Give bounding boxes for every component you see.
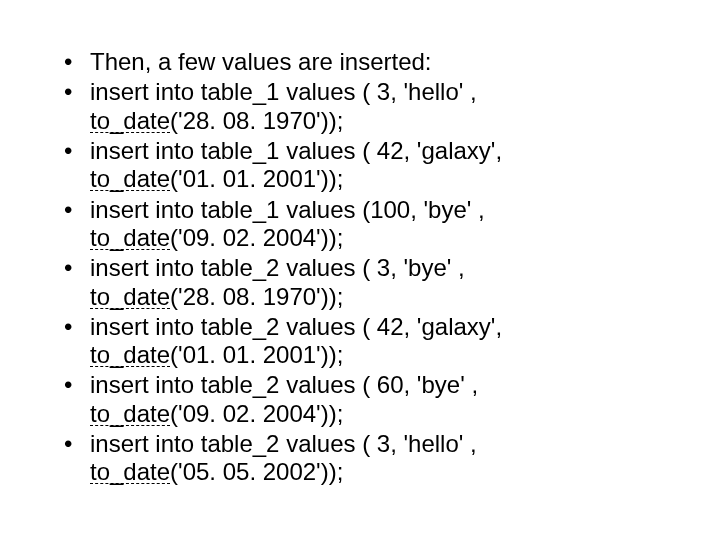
fn-arg: ('01. 01. 2001'));: [170, 165, 343, 192]
list-item: insert into table_2 values ( 3, 'bye' , …: [60, 254, 660, 311]
list-item: insert into table_1 values (100, 'bye' ,…: [60, 196, 660, 253]
fn-arg: ('28. 08. 1970'));: [170, 283, 343, 310]
slide: Then, a few values are inserted: insert …: [0, 0, 720, 540]
bullet-list: Then, a few values are inserted: insert …: [60, 48, 660, 487]
fn-name: to_date: [90, 283, 170, 310]
fn-arg: ('09. 02. 2004'));: [170, 224, 343, 251]
sql-prefix: insert into table_1 values ( 3, 'hello' …: [90, 78, 477, 105]
fn-name: to_date: [90, 400, 170, 427]
fn-name: to_date: [90, 341, 170, 368]
list-item: Then, a few values are inserted:: [60, 48, 660, 76]
fn-name: to_date: [90, 458, 170, 485]
sql-prefix: insert into table_2 values ( 3, 'bye' ,: [90, 254, 465, 281]
sql-prefix: insert into table_1 values ( 42, 'galaxy…: [90, 137, 502, 164]
sql-prefix: insert into table_2 values ( 60, 'bye' ,: [90, 371, 478, 398]
fn-name: to_date: [90, 107, 170, 134]
list-item: insert into table_1 values ( 42, 'galaxy…: [60, 137, 660, 194]
list-item: insert into table_2 values ( 60, 'bye' ,…: [60, 371, 660, 428]
fn-name: to_date: [90, 224, 170, 251]
bullet-text: Then, a few values are inserted:: [90, 48, 432, 75]
list-item: insert into table_1 values ( 3, 'hello' …: [60, 78, 660, 135]
fn-arg: ('01. 01. 2001'));: [170, 341, 343, 368]
list-item: insert into table_2 values ( 42, 'galaxy…: [60, 313, 660, 370]
sql-prefix: insert into table_1 values (100, 'bye' ,: [90, 196, 485, 223]
sql-prefix: insert into table_2 values ( 3, 'hello' …: [90, 430, 477, 457]
fn-arg: ('28. 08. 1970'));: [170, 107, 343, 134]
sql-prefix: insert into table_2 values ( 42, 'galaxy…: [90, 313, 502, 340]
list-item: insert into table_2 values ( 3, 'hello' …: [60, 430, 660, 487]
fn-arg: ('05. 05. 2002'));: [170, 458, 343, 485]
fn-arg: ('09. 02. 2004'));: [170, 400, 343, 427]
fn-name: to_date: [90, 165, 170, 192]
